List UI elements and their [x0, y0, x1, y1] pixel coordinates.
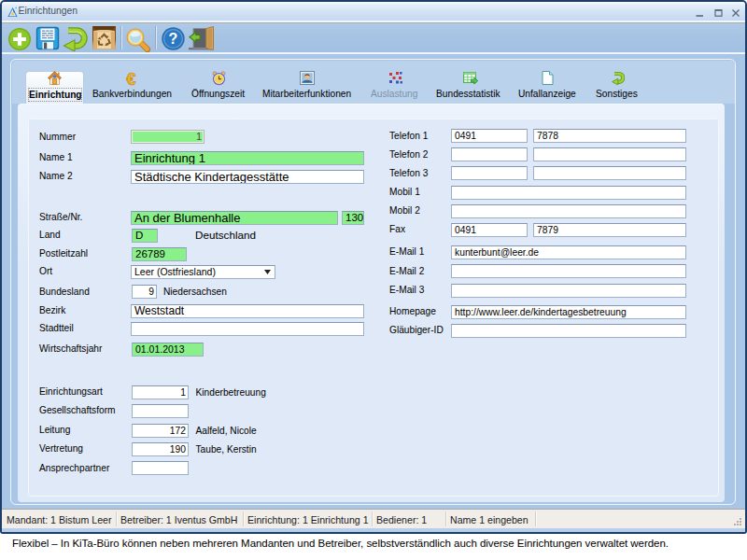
svg-text:?: ?: [169, 31, 178, 47]
svg-text:€: €: [126, 71, 135, 86]
